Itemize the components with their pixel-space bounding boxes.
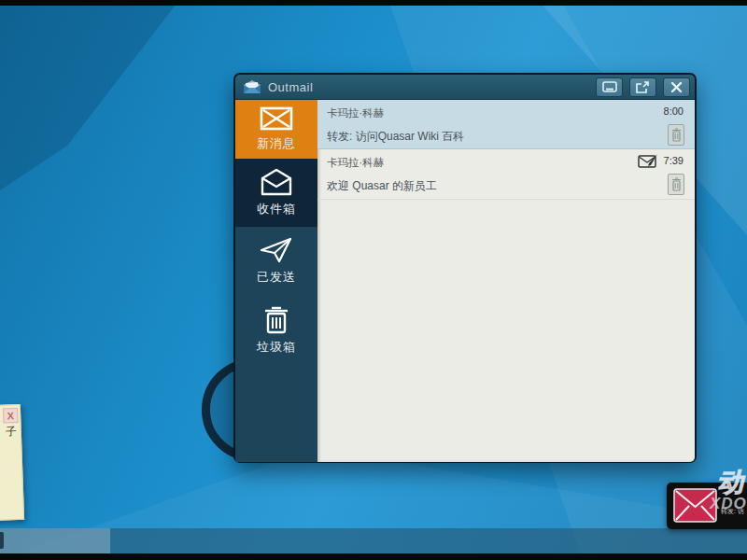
taskbar[interactable]: [0, 528, 747, 553]
taskbar-edge-button[interactable]: [0, 532, 4, 549]
inbox-open-envelope-icon: [260, 168, 293, 196]
close-button[interactable]: [663, 77, 690, 97]
sidebar-filler: [235, 364, 317, 462]
minimize-icon: [602, 81, 617, 92]
sidebar-item-sent[interactable]: 已发送: [235, 227, 317, 295]
letterbox-top: [0, 0, 747, 6]
mail-row-selected[interactable]: 卡玛拉·科赫 转发: 访问Quasar Wiki 百科 8:00: [317, 100, 695, 149]
sidebar-item-label: 新消息: [257, 135, 296, 152]
delete-mail-button[interactable]: [668, 174, 684, 195]
trash-icon: [671, 177, 682, 191]
mail-list: 卡玛拉·科赫 转发: 访问Quasar Wiki 百科 8:00 卡玛拉·科赫 …: [317, 100, 695, 462]
sidebar-item-new-message[interactable]: 新消息: [235, 100, 317, 159]
trash-icon: [262, 304, 290, 334]
sidebar: 新消息 收件箱 已发送: [235, 100, 317, 462]
paper-plane-icon: [260, 236, 293, 264]
sticky-note-text: 子: [6, 424, 18, 440]
sidebar-item-label: 垃圾箱: [257, 339, 296, 356]
restore-button[interactable]: [629, 77, 656, 97]
watermark-text: XDO: [710, 495, 747, 513]
mail-sender: 卡玛拉·科赫: [327, 106, 685, 120]
mail-row[interactable]: 卡玛拉·科赫 欢迎 Quasar 的新员工 7:39: [317, 149, 695, 200]
close-icon: [670, 81, 683, 93]
sidebar-item-label: 已发送: [257, 269, 296, 286]
sidebar-item-trash[interactable]: 垃圾箱: [235, 295, 317, 364]
sticky-note[interactable]: X 子: [0, 404, 24, 522]
desktop: X 子 Outmail: [0, 0, 747, 560]
trash-icon: [671, 128, 682, 142]
window-title: Outmail: [268, 80, 596, 94]
replied-envelope-icon: [638, 153, 659, 169]
titlebar[interactable]: Outmail: [235, 75, 695, 100]
letterbox-bottom: [0, 553, 747, 560]
mail-subject: 转发: 访问Quasar Wiki 百科: [327, 129, 685, 145]
mail-subject: 欢迎 Quasar 的新员工: [327, 178, 685, 194]
minimize-button[interactable]: [596, 77, 623, 97]
taskbar-active-segment[interactable]: [0, 528, 110, 553]
outmail-window: Outmail: [233, 73, 697, 463]
compose-envelope-icon: [260, 106, 293, 131]
sidebar-item-label: 收件箱: [257, 201, 296, 217]
sidebar-item-inbox[interactable]: 收件箱: [235, 159, 317, 227]
mail-sender: 卡玛拉·科赫: [327, 156, 685, 170]
outmail-logo-icon: [243, 79, 261, 94]
mail-time: 7:39: [664, 155, 684, 166]
delete-mail-button[interactable]: [668, 124, 684, 146]
restore-icon: [636, 81, 650, 93]
mail-time: 8:00: [664, 105, 684, 117]
sticky-note-close-button[interactable]: X: [3, 408, 19, 424]
